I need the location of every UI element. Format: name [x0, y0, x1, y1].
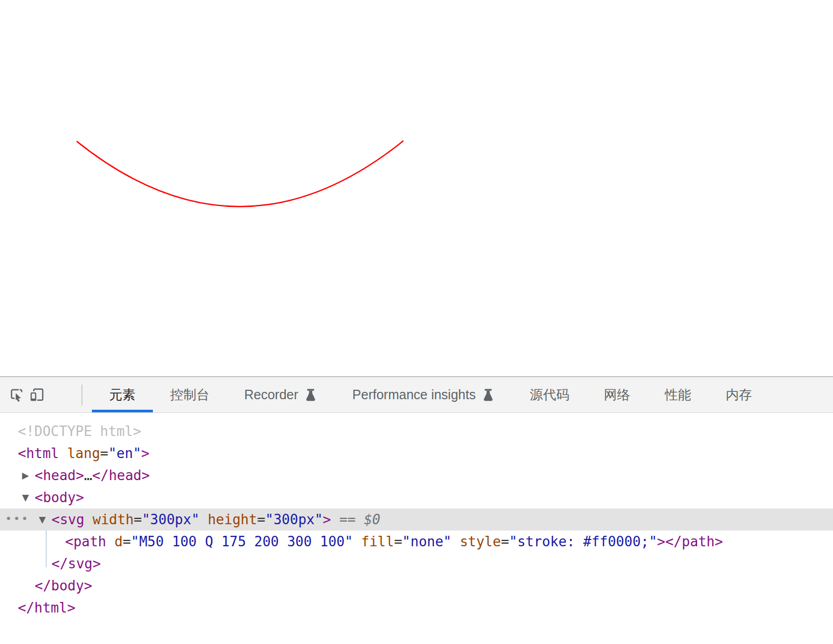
token-plain: = — [394, 534, 402, 549]
dom-line-text: </html> — [0, 597, 833, 619]
dom-line-text: <!DOCTYPE html> — [0, 420, 833, 442]
token-hint: $0 — [364, 512, 380, 527]
token-tag: ></path> — [657, 534, 723, 549]
dom-line-text: <path d="M50 100 Q 175 200 300 100" fill… — [0, 531, 833, 553]
token-plain: = — [123, 534, 131, 549]
dom-line-text: <head>…</head> — [0, 464, 833, 486]
dom-row-body-close[interactable]: </body> — [0, 575, 833, 597]
page-svg-canvas — [0, 0, 833, 376]
device-toolbar-icon — [29, 387, 45, 403]
flask-icon — [304, 388, 318, 402]
toggle-device-toolbar-button[interactable] — [28, 386, 46, 404]
tab-console[interactable]: 控制台 — [153, 377, 227, 412]
token-tag: > — [323, 512, 331, 527]
dom-row-svg-close[interactable]: </svg> — [0, 553, 833, 575]
tab-network[interactable]: 网络 — [587, 377, 648, 412]
tab-label: Recorder — [244, 387, 298, 402]
dom-line-text: <html lang="en"> — [0, 442, 833, 464]
tab-performance-insights[interactable]: Performance insights — [335, 377, 513, 412]
devtools-tabs: 元素控制台RecorderPerformance insights源代码网络性能… — [92, 377, 769, 412]
token-tag: </body> — [35, 578, 92, 594]
dom-row-html-close[interactable]: </html> — [0, 597, 833, 619]
token-hint: == — [331, 512, 364, 527]
dom-line-text: </body> — [0, 575, 833, 597]
inspect-cursor-icon — [8, 387, 25, 403]
dom-row-html-open[interactable]: <html lang="en"> — [0, 442, 833, 464]
dom-row-head[interactable]: ▶<head>…</head> — [0, 464, 833, 486]
tab-label: 性能 — [665, 386, 691, 403]
token-doctype: <!DOCTYPE html> — [18, 423, 141, 439]
red-quadratic-curve — [77, 141, 403, 206]
token-plain: = — [100, 445, 109, 461]
toolbar-separator — [81, 385, 82, 406]
token-plain — [85, 512, 93, 527]
token-tag: <path — [65, 534, 106, 549]
tab-label: Performance insights — [352, 387, 476, 402]
page-viewport — [0, 0, 833, 376]
tab-label: 元素 — [109, 386, 136, 403]
tab-performance[interactable]: 性能 — [648, 377, 709, 412]
tab-elements[interactable]: 元素 — [92, 377, 153, 412]
token-val: "en" — [108, 445, 141, 461]
token-val: "stroke: #ff0000;" — [509, 534, 657, 549]
dom-row-path[interactable]: <path d="M50 100 Q 175 200 300 100" fill… — [0, 531, 833, 553]
token-val: "300px" — [265, 512, 323, 527]
token-tag: <html — [18, 445, 59, 461]
token-tag: </svg> — [51, 556, 101, 572]
tab-label: 源代码 — [530, 386, 569, 403]
tab-sources[interactable]: 源代码 — [513, 377, 587, 412]
token-plain: = — [501, 534, 509, 549]
tab-memory[interactable]: 内存 — [709, 377, 769, 412]
dom-line-text: <body> — [0, 486, 833, 508]
token-plain — [353, 534, 361, 549]
token-plain: = — [134, 512, 142, 527]
dom-line-text: </svg> — [0, 553, 833, 575]
tab-label: 内存 — [726, 386, 752, 403]
token-attr: lang — [67, 445, 100, 461]
token-tag: <body> — [35, 490, 84, 505]
dom-tree: <!DOCTYPE html><html lang="en">▶<head>…<… — [0, 413, 833, 619]
token-plain — [452, 534, 460, 549]
dom-row-body-open[interactable]: ▼<body> — [0, 486, 833, 508]
flask-icon — [481, 388, 495, 402]
tab-recorder[interactable]: Recorder — [227, 377, 335, 412]
token-attr: d — [114, 534, 123, 549]
dom-row-doctype[interactable]: <!DOCTYPE html> — [0, 420, 833, 442]
token-plain — [59, 445, 67, 461]
inspect-element-button[interactable] — [7, 386, 25, 404]
dom-row-svg-open[interactable]: •••▼<svg width="300px" height="300px"> =… — [0, 508, 833, 531]
token-attr: width — [92, 512, 133, 527]
token-attr: fill — [361, 534, 394, 549]
token-tag: </html> — [18, 600, 76, 616]
token-val: "none" — [402, 534, 452, 549]
token-val: "300px" — [142, 512, 200, 527]
active-tab-underline — [92, 410, 153, 412]
token-tag: </head> — [92, 468, 150, 483]
token-tag: <head> — [35, 468, 84, 483]
token-tag: > — [141, 445, 150, 461]
devtools-tab-bar: 元素控制台RecorderPerformance insights源代码网络性能… — [0, 377, 833, 413]
token-val: "M50 100 Q 175 200 300 100" — [131, 534, 353, 549]
tab-label: 控制台 — [170, 386, 210, 403]
dom-line-text: <svg width="300px" height="300px"> == $0 — [0, 508, 833, 531]
token-plain — [200, 512, 208, 527]
token-plain — [106, 534, 114, 549]
token-attr: style — [460, 534, 501, 549]
token-plain: = — [257, 512, 265, 527]
token-attr: height — [207, 512, 257, 527]
token-plain: … — [84, 468, 92, 483]
tab-label: 网络 — [604, 386, 630, 403]
token-tag: <svg — [51, 512, 85, 527]
devtools-panel: 元素控制台RecorderPerformance insights源代码网络性能… — [0, 376, 833, 644]
